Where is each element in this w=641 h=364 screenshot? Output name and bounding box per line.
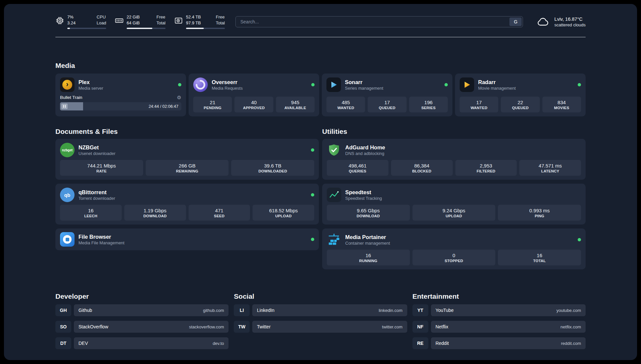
card-filebrowser[interactable]: File Browser Media File Management	[55, 228, 319, 250]
card-adguard[interactable]: AdGuard Home DNS and adblocking 498,461 …	[322, 139, 586, 180]
card-plex[interactable]: › Plex Media server Bullet Train ⚙ 24:44…	[55, 74, 186, 116]
stat-tile: 498,461 QUERIES	[327, 160, 388, 176]
disk-usage-bar	[186, 28, 225, 29]
link-url: dev.to	[213, 341, 224, 346]
app-name: Plex	[78, 79, 103, 85]
cloud-icon	[536, 16, 550, 27]
dashboard: 7% CPU 3.24 Load	[4, 4, 637, 360]
search-bar: G	[235, 16, 523, 27]
card-speedtest[interactable]: Speedtest Speedtest Tracking 9.65 Gbps D…	[322, 184, 586, 225]
link-name: Github	[78, 308, 92, 313]
header-divider	[55, 37, 586, 37]
card-sonarr[interactable]: Sonarr Series management 485 WANTED 17 Q…	[322, 74, 452, 116]
ram-free: 22 GiB	[127, 15, 140, 20]
search-engine-button[interactable]: G	[509, 17, 522, 26]
app-subtitle: Container management	[345, 241, 390, 246]
status-dot	[311, 238, 314, 241]
plex-icon: ›	[60, 77, 75, 92]
cpu-icon	[55, 16, 64, 25]
ram-widget: 22 GiB Free 64 GiB Total	[115, 15, 166, 29]
app-name: Media Portainer	[345, 234, 390, 240]
filebrowser-icon	[60, 232, 75, 247]
app-name: qBittorrent	[78, 189, 115, 196]
cpu-label-top: CPU	[97, 15, 106, 20]
section-title-utilities: Utilities	[322, 128, 586, 136]
app-subtitle: Series management	[345, 86, 383, 91]
link-name: Netflix	[436, 324, 448, 329]
link-youtube[interactable]: YT YouTube youtube.com	[412, 304, 586, 316]
app-subtitle: Usenet downloader	[78, 151, 115, 156]
stat-tile: 0 STOPPED	[412, 250, 496, 265]
ram-free-label: Free	[157, 15, 166, 20]
speedtest-graph-icon	[327, 188, 341, 202]
ram-total-label: Total	[157, 20, 166, 26]
card-portainer[interactable]: Media Portainer Container management 16 …	[322, 228, 586, 269]
gear-icon[interactable]: ⚙	[177, 95, 181, 100]
overseerr-icon	[193, 77, 208, 92]
link-url: netflix.com	[561, 324, 581, 329]
link-linkedin[interactable]: LI LinkedIn linkedin.com	[234, 304, 407, 316]
link-abbr: YT	[412, 304, 428, 316]
cpu-usage-fill	[67, 28, 70, 29]
link-name: LinkedIn	[257, 308, 274, 313]
stat-tile: 9.24 Gbps UPLOAD	[412, 205, 496, 221]
link-url: stackoverflow.com	[189, 324, 224, 329]
link-github[interactable]: GH Github github.com	[55, 304, 229, 316]
disk-usage-fill	[186, 28, 204, 29]
link-stackoverflow[interactable]: SO StackOverflow stackoverflow.com	[55, 321, 229, 333]
pause-icon[interactable]	[61, 104, 68, 109]
link-abbr: GH	[55, 304, 71, 316]
stat-tile: 0.993 ms PING	[498, 205, 581, 221]
stat-tile: 485 WANTED	[326, 97, 365, 112]
link-name: DEV	[78, 341, 88, 346]
cpu-widget: 7% CPU 3.24 Load	[55, 15, 106, 29]
ram-usage-fill	[127, 28, 152, 29]
link-name: Twitter	[257, 324, 270, 329]
playback-progress-bar[interactable]: 24:44 / 02:06:47	[60, 102, 181, 110]
status-dot	[311, 148, 314, 152]
weather-widget[interactable]: Lviv, 16.87°C scattered clouds	[536, 16, 586, 27]
stat-tile: 16 RUNNING	[327, 250, 410, 265]
app-name: File Browser	[78, 234, 124, 240]
stat-tile: 16 TOTAL	[498, 250, 581, 265]
status-dot	[578, 238, 581, 241]
app-subtitle: Movie management	[478, 86, 516, 91]
stat-tile: 266 GB REMAINING	[146, 160, 229, 176]
link-reddit[interactable]: RE Reddit reddit.com	[412, 337, 586, 349]
card-qbittorrent[interactable]: qb qBittorrent Torrent downloader 16 LEE…	[55, 184, 319, 225]
link-abbr: RE	[412, 337, 428, 349]
stat-tile: 834 MOVIES	[542, 97, 581, 112]
disk-free-label: Free	[216, 15, 225, 20]
app-subtitle: Media Requests	[212, 86, 243, 91]
stat-tile: 9.65 Gbps DOWNLOAD	[327, 205, 410, 221]
documents-column: Documents & Files nzbget NZBGet Usenet d…	[55, 128, 319, 250]
app-name: Overseerr	[212, 79, 243, 85]
utilities-column: Utilities AdGuard Home	[322, 128, 586, 269]
disk-widget: 52.4 TB Free 97.9 TB Total	[174, 15, 225, 29]
entertainment-column: Entertainment YT YouTube youtube.com NF …	[412, 292, 586, 354]
app-name: NZBGet	[78, 144, 115, 151]
link-netflix[interactable]: NF Netflix netflix.com	[412, 321, 586, 333]
card-radarr[interactable]: Radarr Movie management 17 WANTED 22 QUE…	[455, 74, 586, 116]
system-stats: 7% CPU 3.24 Load	[55, 15, 225, 29]
status-dot	[578, 83, 581, 86]
stat-tile: 86,384 BLOCKED	[391, 160, 453, 176]
card-nzbget[interactable]: nzbget NZBGet Usenet downloader 744.21 M…	[55, 139, 319, 180]
adguard-shield-icon	[327, 143, 341, 157]
stat-tile: 16 LEECH	[60, 205, 122, 221]
media-card-grid: › Plex Media server Bullet Train ⚙ 24:44…	[55, 74, 586, 116]
card-overseerr[interactable]: Overseerr Media Requests 21 PENDING 40 A…	[189, 74, 319, 116]
header: 7% CPU 3.24 Load	[55, 4, 586, 29]
stat-tile: 2,953 FILTERED	[455, 160, 517, 176]
link-dev[interactable]: DT DEV dev.to	[55, 337, 229, 349]
stat-tile: 47.571 ms LATENCY	[519, 160, 581, 176]
link-twitter[interactable]: TW Twitter twitter.com	[234, 321, 407, 333]
search-input[interactable]	[235, 16, 523, 27]
ram-total: 64 GiB	[127, 20, 140, 26]
app-subtitle: Media server	[78, 86, 103, 91]
cpu-load: 3.24	[67, 20, 76, 26]
stat-tile: 744.21 Mbps RATE	[60, 160, 143, 176]
disk-total-label: Total	[216, 20, 225, 26]
status-dot	[178, 83, 181, 86]
stat-tile: 618.52 Mbps UPLOAD	[253, 205, 314, 221]
